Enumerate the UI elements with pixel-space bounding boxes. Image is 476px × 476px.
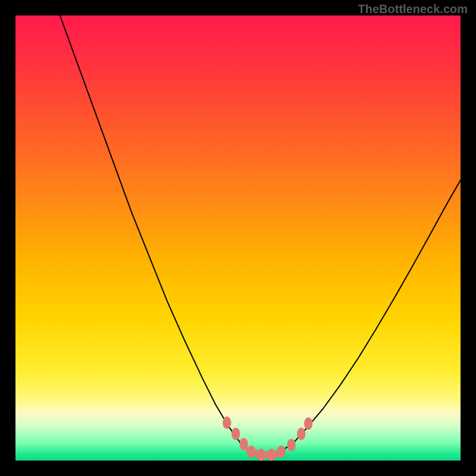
marker-left-dot-4 xyxy=(247,446,255,458)
marker-right-dot-2 xyxy=(287,439,296,451)
marker-right-dot-1 xyxy=(277,446,285,458)
bottleneck-curve-chart xyxy=(0,0,476,476)
marker-left-dot-2 xyxy=(231,428,240,440)
marker-left-dot-1 xyxy=(223,416,231,429)
chart-frame: TheBottleneck.com xyxy=(0,0,476,476)
gradient-panel xyxy=(15,15,461,461)
watermark-text: TheBottleneck.com xyxy=(358,2,468,16)
marker-flat-dot-1 xyxy=(257,449,265,461)
marker-right-dot-3 xyxy=(297,428,305,440)
marker-flat-dot-2 xyxy=(267,449,275,461)
marker-left-dot-3 xyxy=(240,438,248,450)
marker-right-dot-4 xyxy=(304,418,312,430)
